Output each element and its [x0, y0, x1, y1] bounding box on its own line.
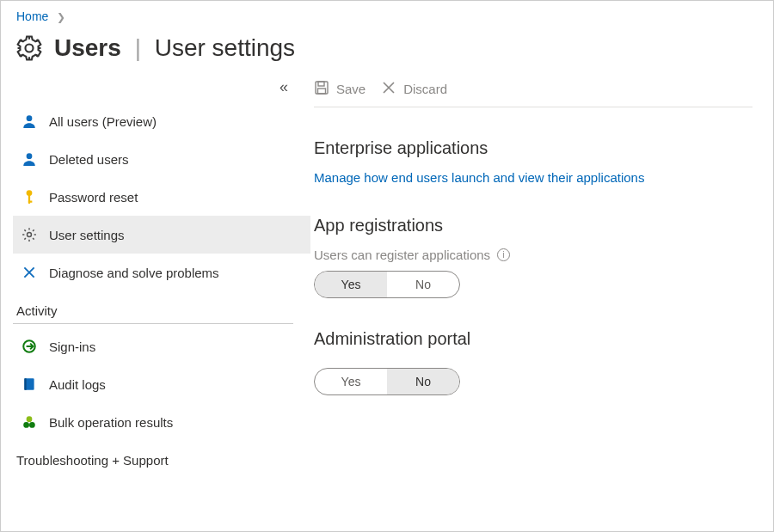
svg-rect-5 — [28, 201, 33, 203]
app-reg-toggle: Yes No — [314, 271, 460, 298]
app-registrations-heading: App registrations — [314, 216, 752, 235]
svg-point-0 — [25, 44, 33, 52]
page-header: Users | User settings — [1, 27, 773, 76]
discard-button[interactable]: Discard — [381, 80, 447, 98]
admin-portal-toggle-yes[interactable]: Yes — [315, 369, 387, 394]
breadcrumb-home-link[interactable]: Home — [16, 9, 48, 23]
gear-icon — [22, 227, 37, 242]
svg-rect-9 — [24, 378, 26, 390]
tools-icon — [22, 265, 37, 280]
sidebar-item-label: Audit logs — [49, 377, 106, 392]
page-title-main: Users — [54, 34, 121, 61]
save-label: Save — [336, 82, 366, 96]
admin-portal-heading: Administration portal — [314, 329, 752, 349]
svg-rect-14 — [318, 82, 324, 86]
toolbar: Save Discard — [314, 80, 752, 107]
svg-point-1 — [27, 115, 33, 121]
admin-portal-toggle: Yes No — [314, 368, 460, 395]
sidebar-item-label: User settings — [49, 228, 125, 242]
app-reg-label-text: Users can register applications — [314, 248, 490, 262]
svg-point-11 — [29, 422, 35, 428]
app-reg-toggle-no[interactable]: No — [387, 272, 459, 297]
person-icon — [22, 113, 37, 129]
gear-icon — [15, 34, 44, 63]
sidebar-item-sign-ins[interactable]: Sign-ins — [13, 327, 310, 365]
save-button[interactable]: Save — [314, 80, 366, 98]
sidebar-item-user-settings[interactable]: User settings — [13, 216, 310, 254]
sidebar-item-label: Diagnose and solve problems — [49, 266, 219, 280]
sidebar-item-label: Deleted users — [49, 152, 129, 167]
svg-point-12 — [27, 416, 33, 422]
app-reg-toggle-yes[interactable]: Yes — [315, 272, 387, 297]
sidebar-item-diagnose[interactable]: Diagnose and solve problems — [13, 254, 310, 291]
sidebar-item-password-reset[interactable]: Password reset — [13, 178, 310, 216]
title-separator: | — [135, 34, 141, 61]
sidebar-item-label: Bulk operation results — [49, 415, 173, 430]
key-icon — [22, 189, 37, 205]
sidebar-item-label: Password reset — [49, 190, 138, 205]
person-icon — [22, 151, 37, 167]
sidebar-item-bulk-operation[interactable]: Bulk operation results — [13, 403, 310, 441]
sidebar-item-all-users[interactable]: All users (Preview) — [13, 102, 310, 140]
info-icon[interactable]: i — [497, 248, 510, 261]
main-content: Save Discard Enterprise applications Man… — [310, 76, 773, 476]
enterprise-apps-link[interactable]: Manage how end users launch and view the… — [314, 170, 644, 185]
svg-rect-15 — [318, 89, 326, 94]
sidebar-section-troubleshooting: Troubleshooting + Support — [13, 441, 293, 473]
collapse-sidebar-button[interactable]: « — [280, 78, 288, 96]
close-icon — [381, 80, 396, 98]
svg-point-10 — [23, 422, 29, 428]
sidebar-item-audit-logs[interactable]: Audit logs — [13, 365, 310, 403]
chevron-right-icon: ❯ — [57, 11, 65, 23]
page-title: Users | User settings — [54, 34, 295, 62]
sidebar-item-label: All users (Preview) — [49, 114, 157, 129]
sidebar-item-deleted-users[interactable]: Deleted users — [13, 140, 310, 178]
bulk-icon — [22, 414, 37, 430]
enterprise-apps-heading: Enterprise applications — [314, 138, 752, 158]
sidebar-item-label: Sign-ins — [49, 339, 95, 354]
page-title-sub: User settings — [155, 34, 295, 61]
svg-point-2 — [27, 153, 33, 159]
app-reg-field-label: Users can register applications i — [314, 248, 752, 262]
discard-label: Discard — [403, 82, 447, 96]
signin-icon — [22, 339, 37, 354]
sidebar-section-activity: Activity — [13, 291, 293, 324]
svg-point-6 — [28, 233, 32, 237]
breadcrumb: Home ❯ — [1, 1, 773, 27]
admin-portal-toggle-no[interactable]: No — [387, 369, 459, 394]
sidebar-nav: All users (Preview) Deleted users Passwo… — [13, 102, 310, 473]
sidebar: « All users (Preview) Deleted users Pass… — [1, 76, 310, 476]
book-icon — [22, 376, 37, 392]
save-icon — [314, 80, 329, 98]
